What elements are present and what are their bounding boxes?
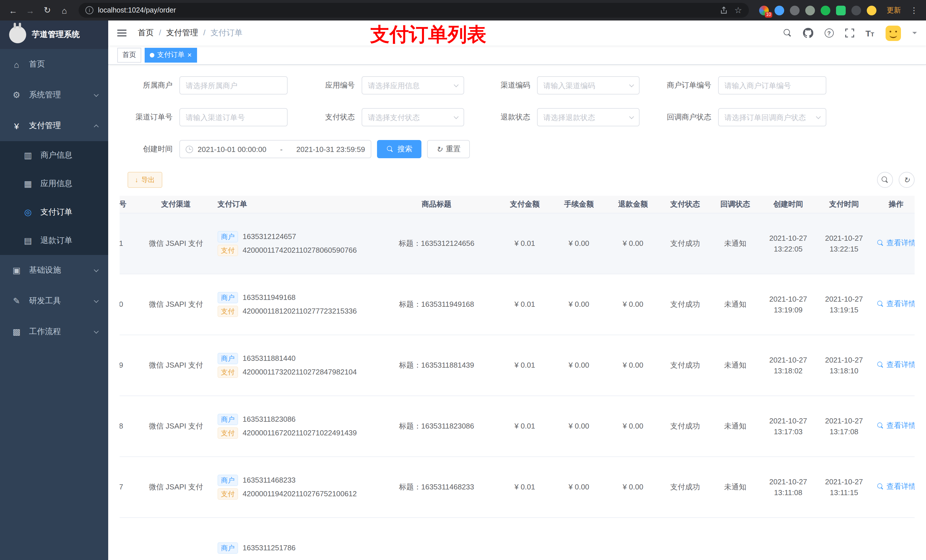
- address-bar[interactable]: i localhost:1024/pay/order ☆: [79, 3, 749, 18]
- site-info-icon[interactable]: i: [85, 6, 94, 14]
- reload-button[interactable]: ↻: [40, 3, 54, 18]
- view-detail-link[interactable]: 查看详情: [876, 482, 915, 492]
- avatar-caret-icon[interactable]: [912, 32, 917, 36]
- merchant-tag: 商户: [218, 353, 238, 364]
- profile-avatar-icon[interactable]: [867, 5, 876, 15]
- extension-icon-4[interactable]: [805, 5, 815, 15]
- pay-order-no: 4200001181202110277723215336: [243, 307, 357, 315]
- sidebar-item-merchant-info[interactable]: ▥ 商户信息: [0, 141, 108, 170]
- table-row[interactable]: 20 微信 JSAPI 支付 商户 1635311949168 支付: [120, 274, 915, 335]
- cell-refund-amount: ¥ 0.00: [606, 335, 660, 395]
- refresh-table-button[interactable]: [899, 172, 915, 188]
- share-icon[interactable]: [720, 6, 728, 14]
- chevron-down-icon: [94, 92, 99, 97]
- extension-icon-2[interactable]: [775, 5, 784, 15]
- sidebar-logo[interactable]: 芋道管理系统: [0, 21, 108, 49]
- page-content: 所属商户 应用编号 渠道编码 商户订单编号: [108, 65, 926, 560]
- reset-button[interactable]: 重置: [427, 140, 470, 158]
- chrome-update-button[interactable]: 更新: [882, 4, 905, 17]
- chevron-down-icon: [454, 82, 459, 87]
- search-button[interactable]: 搜索: [377, 140, 421, 158]
- merchant-select[interactable]: [179, 76, 287, 95]
- github-icon[interactable]: [803, 28, 813, 38]
- refund-status-select[interactable]: [537, 108, 640, 126]
- merchant-order-no-input[interactable]: [725, 81, 820, 90]
- pay-status-select-input[interactable]: [368, 113, 451, 122]
- sidebar-item-workflow[interactable]: ▩ 工作流程: [0, 316, 108, 347]
- callback-status-select[interactable]: [718, 108, 826, 126]
- forward-button[interactable]: →: [23, 3, 38, 18]
- extension-icon-3[interactable]: [790, 5, 800, 15]
- view-detail-link[interactable]: 查看详情: [876, 360, 915, 370]
- tab-home[interactable]: 首页: [117, 48, 141, 62]
- channel-order-no-input[interactable]: [186, 113, 281, 122]
- sidebar-item-pay-order[interactable]: ◎ 支付订单: [0, 198, 108, 226]
- logo-image: [9, 26, 26, 43]
- table-row[interactable]: 21 微信 JSAPI 支付 商户 1635312124657 支付: [120, 213, 915, 274]
- user-avatar[interactable]: [885, 25, 901, 41]
- extension-icon-6[interactable]: [836, 5, 846, 15]
- export-button[interactable]: 导出: [127, 172, 162, 188]
- sidebar-item-system[interactable]: ⚙ 系统管理: [0, 80, 108, 110]
- sidebar-item-infra[interactable]: ▣ 基础设施: [0, 255, 108, 286]
- pay-status-select[interactable]: [362, 108, 464, 126]
- merchant-tag: 商户: [218, 542, 238, 554]
- table-row[interactable]: 商户 1635311251786 支付: [120, 517, 915, 560]
- header-id: 编号: [120, 196, 139, 213]
- breadcrumb-payment[interactable]: 支付管理: [166, 28, 211, 38]
- view-detail-link[interactable]: 查看详情: [876, 421, 915, 431]
- infra-icon: ▣: [11, 265, 22, 275]
- cell-action: 查看详情: [872, 456, 915, 517]
- refund-status-select-input[interactable]: [543, 113, 626, 122]
- toggle-search-button[interactable]: [877, 172, 893, 188]
- cell-pay-order: 商户 1635311949168 支付 42000011812021102777…: [213, 274, 375, 335]
- bookmark-star-icon[interactable]: ☆: [734, 5, 742, 15]
- table-row[interactable]: 18 微信 JSAPI 支付 商户 1635311823086 支付: [120, 395, 915, 456]
- tab-close-icon[interactable]: [188, 51, 192, 59]
- cell-id: 21: [120, 213, 139, 274]
- merchant-select-input[interactable]: [186, 81, 281, 90]
- help-icon[interactable]: [825, 29, 834, 38]
- channel-code-select[interactable]: [537, 76, 640, 95]
- extension-icon-1[interactable]: 10: [759, 5, 769, 15]
- red-annotation-text: 支付订单列表: [370, 22, 486, 48]
- channel-code-input[interactable]: [543, 81, 626, 90]
- callback-status-select-input[interactable]: [725, 113, 813, 122]
- tab-pay-order[interactable]: 支付订单: [145, 48, 197, 62]
- cell-channel: 微信 JSAPI 支付: [139, 274, 213, 335]
- table-toolbar: 导出: [120, 172, 915, 188]
- back-button[interactable]: ←: [6, 3, 21, 18]
- cell-refund-amount: ¥ 0.00: [606, 213, 660, 274]
- font-size-icon[interactable]: [865, 28, 874, 38]
- view-detail-link[interactable]: 查看详情: [876, 299, 915, 309]
- view-detail-link[interactable]: 查看详情: [876, 238, 915, 248]
- home-button[interactable]: ⌂: [57, 3, 72, 18]
- pay-order-icon: ◎: [23, 207, 33, 217]
- sidebar-item-payment[interactable]: ¥ 支付管理: [0, 110, 108, 141]
- table-row[interactable]: 19 微信 JSAPI 支付 商户 1635311881440 支付: [120, 335, 915, 395]
- header-search-icon[interactable]: [783, 29, 791, 37]
- fullscreen-icon[interactable]: [845, 29, 854, 38]
- sidebar-toggle-icon[interactable]: [117, 29, 127, 38]
- cell-action: 查看详情: [872, 395, 915, 456]
- browser-menu-icon[interactable]: ⋮: [908, 6, 920, 15]
- cell-callback: 未通知: [710, 335, 760, 395]
- merchant-order-no-field[interactable]: [718, 76, 826, 95]
- extension-puzzle-icon[interactable]: [851, 5, 861, 15]
- pay-order-no: 4200001194202110276752100612: [243, 489, 357, 498]
- app-no-select[interactable]: [362, 76, 464, 95]
- sidebar-item-home[interactable]: ⌂ 首页: [0, 49, 108, 80]
- sidebar-item-refund-order[interactable]: ▤ 退款订单: [0, 226, 108, 255]
- table-row[interactable]: 17 微信 JSAPI 支付 商户 1635311468233 支付: [120, 456, 915, 517]
- cell-created: [760, 517, 816, 560]
- chevron-down-icon: [629, 114, 634, 119]
- date-range-picker[interactable]: 2021-10-01 00:00:00 - 2021-10-31 23:59:5…: [179, 140, 371, 158]
- breadcrumb-home[interactable]: 首页: [138, 28, 166, 38]
- sidebar-item-devtools[interactable]: ✎ 研发工具: [0, 286, 108, 316]
- sidebar-item-app-info[interactable]: ▦ 应用信息: [0, 170, 108, 198]
- extension-icon-5[interactable]: [821, 5, 830, 15]
- channel-order-no-field[interactable]: [179, 108, 287, 126]
- magnifier-icon: [877, 423, 883, 429]
- app-no-select-input[interactable]: [368, 81, 451, 90]
- cell-id: [120, 517, 139, 560]
